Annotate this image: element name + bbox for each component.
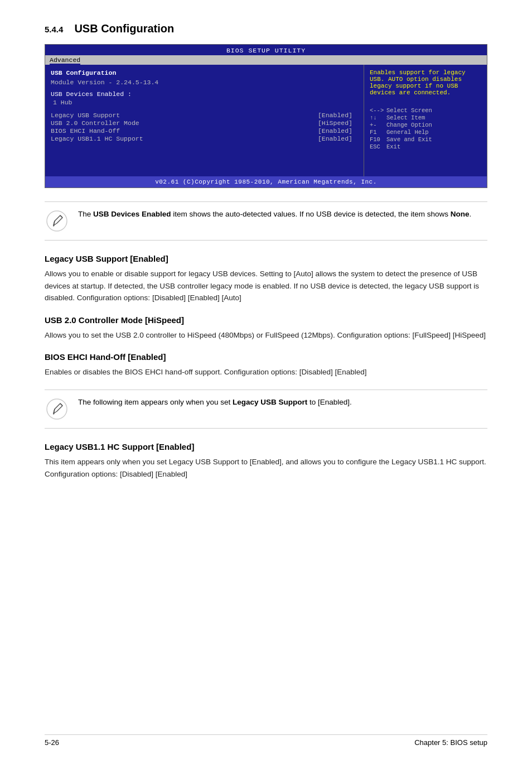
- note1-text-middle: item shows the auto-detected values. If …: [171, 210, 451, 218]
- note1-text-before: The: [78, 210, 93, 218]
- content-section-body: Allows you to set the USB 2.0 controller…: [45, 329, 487, 342]
- content-section: Legacy USB Support [Enabled]Allows you t…: [45, 254, 487, 304]
- bios-content: USB Configuration Module Version - 2.24.…: [45, 65, 487, 176]
- bios-key-row: ↑↓Select Item: [370, 114, 481, 121]
- footer-right: Chapter 5: BIOS setup: [414, 738, 487, 747]
- bios-item-label: Legacy USB1.1 HC Support: [51, 135, 143, 142]
- note-text-1: The USB Devices Enabled item shows the a…: [78, 209, 471, 220]
- svg-point-1: [47, 399, 67, 419]
- key-symbol: <-->: [370, 107, 386, 114]
- note-icon-1: [45, 209, 69, 233]
- bios-item-row: BIOS EHCI Hand-Off[Enabled]: [51, 127, 358, 134]
- bios-help-text: Enables support for legacy USB. AUTO opt…: [370, 69, 481, 96]
- bios-item-row: Legacy USB1.1 HC Support[Enabled]: [51, 135, 358, 142]
- content-section-body: Enables or disables the BIOS EHCI hand-o…: [45, 366, 487, 378]
- pencil-icon: [46, 210, 68, 232]
- content-section: USB 2.0 Controller Mode [HiSpeed]Allows …: [45, 315, 487, 342]
- key-symbol: ↑↓: [370, 114, 386, 121]
- bios-item-row: USB 2.0 Controller Mode[HiSpeed]: [51, 119, 358, 127]
- key-symbol: F1: [370, 129, 386, 136]
- section-heading: 5.4.4 USB Configuration: [45, 22, 487, 35]
- note-box-1: The USB Devices Enabled item shows the a…: [45, 201, 487, 241]
- key-symbol: ESC: [370, 143, 386, 150]
- key-description: General Help: [386, 129, 429, 136]
- content-section-heading: USB 2.0 Controller Mode [HiSpeed]: [45, 315, 487, 325]
- svg-point-0: [47, 211, 67, 231]
- bios-item-label: USB 2.0 Controller Mode: [51, 119, 139, 127]
- key-description: Select Item: [386, 114, 425, 121]
- bios-key-row: F1General Help: [370, 129, 481, 136]
- note1-text-after: .: [470, 210, 472, 218]
- key-description: Exit: [386, 143, 400, 150]
- bios-footer: v02.61 (C)Copyright 1985-2010, American …: [45, 176, 487, 188]
- bios-keys: <-->Select Screen↑↓Select Item+-Change O…: [370, 107, 481, 150]
- bios-hub: 1 Hub: [51, 99, 358, 106]
- bios-config-title: USB Configuration: [51, 69, 358, 76]
- bios-nav: Advanced: [45, 55, 487, 65]
- pencil-icon-2: [46, 398, 68, 420]
- note-box-2: The following item appears only when you…: [45, 390, 487, 429]
- bios-key-row: F10Save and Exit: [370, 136, 481, 143]
- key-symbol: F10: [370, 136, 386, 143]
- bios-left-panel: USB Configuration Module Version - 2.24.…: [45, 65, 364, 176]
- section-last-heading: Legacy USB1.1 HC Support [Enabled]: [45, 442, 487, 451]
- page-footer: 5-26 Chapter 5: BIOS setup: [45, 734, 487, 747]
- bios-items-list: Legacy USB Support[Enabled]USB 2.0 Contr…: [51, 112, 358, 142]
- bios-key-row: <-->Select Screen: [370, 107, 481, 114]
- section-number: 5.4.4: [45, 25, 63, 34]
- note-icon-2: [45, 397, 69, 421]
- note2-text-before: The following item appears only when you…: [78, 398, 233, 406]
- note1-bold1: USB Devices Enabled: [93, 210, 171, 218]
- note2-text-after: to [Enabled].: [307, 398, 352, 406]
- bios-devices-label: USB Devices Enabled :: [51, 90, 358, 98]
- bios-header: BIOS SETUP UTILITY: [45, 45, 487, 55]
- note2-bold: Legacy USB Support: [233, 398, 307, 406]
- bios-item-value: [HiSpeed]: [318, 119, 352, 127]
- section-title: USB Configuration: [74, 22, 174, 35]
- bios-module-version: Module Version - 2.24.5-13.4: [51, 79, 358, 86]
- bios-key-row: +-Change Option: [370, 122, 481, 128]
- bios-key-row: ESCExit: [370, 143, 481, 150]
- bios-right-panel: Enables support for legacy USB. AUTO opt…: [364, 65, 487, 176]
- footer-left: 5-26: [45, 738, 59, 747]
- content-sections: Legacy USB Support [Enabled]Allows you t…: [45, 254, 487, 378]
- bios-item-label: Legacy USB Support: [51, 112, 120, 119]
- content-section-body: Allows you to enable or disable support …: [45, 268, 487, 304]
- bios-item-value: [Enabled]: [318, 112, 352, 119]
- content-section-heading: Legacy USB Support [Enabled]: [45, 254, 487, 263]
- section-last-body: This item appears only when you set Lega…: [45, 456, 487, 480]
- content-section: BIOS EHCI Hand-Off [Enabled]Enables or d…: [45, 352, 487, 378]
- note1-bold2: None: [451, 210, 470, 218]
- bios-item-value: [Enabled]: [318, 135, 352, 142]
- key-description: Save and Exit: [386, 136, 432, 143]
- bios-item-row: Legacy USB Support[Enabled]: [51, 112, 358, 119]
- bios-item-label: BIOS EHCI Hand-Off: [51, 127, 120, 134]
- bios-item-value: [Enabled]: [318, 127, 352, 134]
- key-description: Change Option: [386, 122, 432, 128]
- key-description: Select Screen: [386, 107, 432, 114]
- key-symbol: +-: [370, 122, 386, 128]
- section-last: Legacy USB1.1 HC Support [Enabled] This …: [45, 442, 487, 480]
- bios-nav-tab[interactable]: Advanced: [50, 56, 80, 65]
- bios-box: BIOS SETUP UTILITY Advanced USB Configur…: [45, 44, 487, 188]
- note-text-2: The following item appears only when you…: [78, 397, 352, 408]
- content-section-heading: BIOS EHCI Hand-Off [Enabled]: [45, 352, 487, 362]
